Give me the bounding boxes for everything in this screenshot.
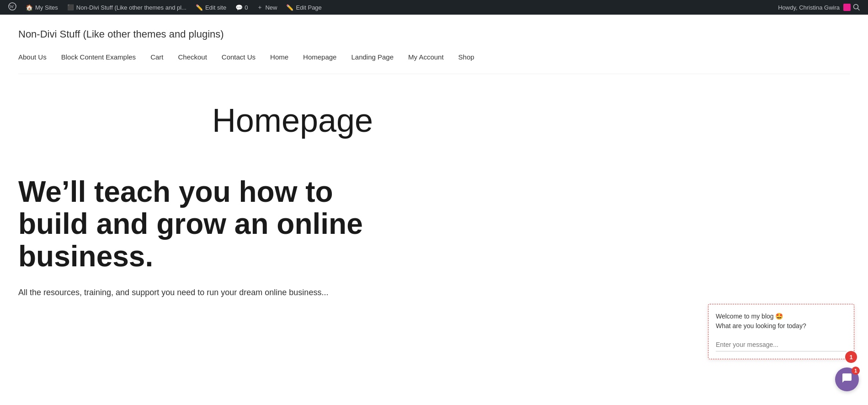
new-label: New xyxy=(265,4,277,11)
site-name-menu[interactable]: ⬛ Non-Divi Stuff (Like other themes and … xyxy=(63,0,191,15)
nav-about-us[interactable]: About Us xyxy=(18,49,54,65)
site-nav: About Us Block Content Examples Cart Che… xyxy=(18,49,850,65)
comment-count-label: 0 xyxy=(245,4,248,11)
site-wrapper: Non-Divi Stuff (Like other themes and pl… xyxy=(0,15,868,299)
edit-site-icon: ✏️ xyxy=(196,4,203,11)
svg-point-2 xyxy=(854,5,858,9)
hero-heading-line1: We’ll teach you how to xyxy=(18,175,333,208)
nav-home[interactable]: Home xyxy=(263,49,296,65)
my-sites-icon: 🏠 xyxy=(26,4,33,11)
user-avatar[interactable] xyxy=(843,4,851,11)
edit-page-button[interactable]: ✏️ Edit Page xyxy=(282,0,326,15)
comment-icon: 💬 xyxy=(235,4,243,11)
nav-landing-page[interactable]: Landing Page xyxy=(344,49,401,65)
hero-section: We’ll teach you how to build and grow an… xyxy=(18,176,567,299)
howdy-label: Howdy, Christina Gwira xyxy=(778,4,840,11)
nav-homepage[interactable]: Homepage xyxy=(296,49,344,65)
svg-line-3 xyxy=(858,9,860,11)
edit-site-label: Edit site xyxy=(205,4,226,11)
nav-checkout[interactable]: Checkout xyxy=(170,49,214,65)
plus-icon: ＋ xyxy=(257,3,263,11)
new-content-menu[interactable]: ＋ New xyxy=(252,0,282,15)
nav-cart[interactable]: Cart xyxy=(143,49,170,65)
hero-text-column: We’ll teach you how to build and grow an… xyxy=(18,176,567,299)
search-icon[interactable] xyxy=(852,3,861,11)
hero-heading-line3: business. xyxy=(18,240,153,273)
edit-page-label: Edit Page xyxy=(296,4,321,11)
hero-heading-line2: build and grow an online xyxy=(18,207,363,240)
page-title: Homepage xyxy=(18,102,567,139)
main-content: Homepage We’ll teach you how to build an… xyxy=(18,74,567,299)
pencil-icon: ✏️ xyxy=(286,4,293,11)
site-title: Non-Divi Stuff (Like other themes and pl… xyxy=(18,28,850,40)
my-sites-menu[interactable]: 🏠 My Sites xyxy=(21,0,63,15)
site-icon: ⬛ xyxy=(67,4,74,11)
comments-menu[interactable]: 💬 0 xyxy=(231,0,252,15)
hero-heading: We’ll teach you how to build and grow an… xyxy=(18,176,548,272)
wp-logo[interactable]: W xyxy=(4,0,21,15)
my-sites-label: My Sites xyxy=(35,4,58,11)
edit-site-button[interactable]: ✏️ Edit site xyxy=(191,0,231,15)
nav-shop[interactable]: Shop xyxy=(451,49,482,65)
nav-my-account[interactable]: My Account xyxy=(401,49,451,65)
site-header: Non-Divi Stuff (Like other themes and pl… xyxy=(18,15,850,74)
wp-icon: W xyxy=(8,2,16,13)
nav-block-content[interactable]: Block Content Examples xyxy=(54,49,143,65)
nav-contact-us[interactable]: Contact Us xyxy=(214,49,263,65)
svg-text:W: W xyxy=(10,4,14,9)
site-name-label: Non-Divi Stuff (Like other themes and pl… xyxy=(76,4,186,11)
hero-subtext: All the resources, training, and support… xyxy=(18,286,548,299)
admin-bar: W 🏠 My Sites ⬛ Non-Divi Stuff (Like othe… xyxy=(0,0,868,15)
